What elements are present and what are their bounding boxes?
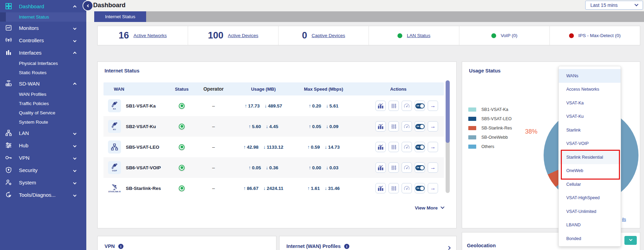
sidebar-item-sdwan[interactable]: SD-WAN: [0, 77, 86, 90]
sidebar-item-hub[interactable]: Hub: [0, 139, 86, 151]
col-actions: Actions: [353, 87, 444, 92]
sidebar-item-vpn[interactable]: VPN: [0, 151, 86, 164]
sidebar-item-quality-of-service[interactable]: Quality of Service: [0, 108, 86, 117]
details-link-partial[interactable]: ils: [622, 217, 626, 222]
sidebar-item-system[interactable]: System: [0, 176, 86, 189]
dropdown-item-vsat-ku[interactable]: VSAT-Ku: [559, 110, 621, 124]
chevron-down-icon[interactable]: [74, 180, 76, 185]
wan-details-button[interactable]: →: [428, 101, 438, 111]
sidebar-item-controllers[interactable]: Controllers: [0, 34, 86, 46]
panel-title: Geolocation: [467, 243, 496, 248]
wan-speedtest-button[interactable]: [402, 101, 412, 111]
sidebar-item-dashboard[interactable]: Dashboard: [0, 0, 86, 12]
legend-swatch: [468, 135, 476, 139]
chevron-up-icon[interactable]: [74, 81, 76, 87]
wan-speedtest-button[interactable]: [402, 121, 412, 132]
dropdown-item-lband[interactable]: LBAND: [559, 218, 621, 232]
dropdown-item-starlink[interactable]: Starlink: [559, 123, 621, 137]
lan-network-icon: [108, 140, 121, 154]
dashboard-icon: [4, 3, 13, 9]
sidebar-item-static-routes[interactable]: Static Routes: [0, 68, 86, 77]
table-scrollbar[interactable]: [446, 80, 450, 193]
wan-chart-button[interactable]: [375, 121, 386, 132]
dropdown-item-cellular[interactable]: Cellular: [559, 178, 621, 191]
dropdown-item-vsat-highspeed[interactable]: VSAT-HighSpeed: [559, 191, 621, 205]
dropdown-item-vsat-ka[interactable]: VSAT-Ka: [559, 96, 621, 110]
wan-speedtest-button[interactable]: [402, 183, 412, 193]
ips-link[interactable]: IPS - Max-Detect (0): [578, 33, 621, 38]
chevron-down-icon[interactable]: [74, 130, 76, 136]
usage-download: ↓2424.11: [263, 185, 283, 191]
wan-details-button[interactable]: →: [428, 183, 438, 193]
wan-settings-button[interactable]: [389, 142, 399, 152]
wan-chart-button[interactable]: [375, 162, 386, 173]
active-devices-link[interactable]: Active Devices: [228, 33, 259, 38]
table-header: WAN Status Operator Usage (MB) Max Speed…: [103, 82, 444, 95]
wan-enable-toggle-button[interactable]: ON: [415, 162, 425, 173]
sidebar-item-lan[interactable]: LAN: [0, 127, 86, 139]
wan-settings-button[interactable]: [389, 183, 399, 193]
sidebar-item-traffic-policies[interactable]: Traffic Policies: [0, 99, 86, 108]
scrollbar-thumb[interactable]: [446, 80, 450, 143]
wan-speedtest-button[interactable]: [402, 142, 412, 152]
up-arrow-icon: ↑: [243, 185, 246, 191]
dropdown-item-access-networks[interactable]: Access Networks: [559, 83, 621, 96]
wan-settings-button[interactable]: [389, 101, 399, 111]
view-more-link[interactable]: View More: [415, 205, 444, 211]
chevron-down-icon[interactable]: [74, 25, 76, 31]
active-networks-link[interactable]: Active Networks: [133, 33, 167, 38]
dropdown-item-wans[interactable]: WANs: [559, 69, 621, 83]
captive-devices-link[interactable]: Captive Devices: [312, 33, 345, 38]
geolocation-collapse-button[interactable]: [624, 236, 637, 245]
chevron-down-icon[interactable]: [74, 37, 76, 43]
wan-name: SB5-VSAT-LEO: [126, 145, 159, 150]
voip-link[interactable]: VoIP (0): [501, 33, 517, 38]
chevron-down-icon[interactable]: [74, 167, 76, 173]
info-icon[interactable]: i: [118, 244, 123, 249]
sidebar-item-label: Security: [19, 167, 37, 173]
wan-settings-button[interactable]: [389, 162, 399, 173]
sidebar-item-interfaces[interactable]: Interfaces: [0, 46, 86, 59]
chevron-down-icon[interactable]: [74, 192, 76, 198]
dropdown-item-bonded[interactable]: Bonded: [559, 232, 621, 246]
wan-details-button[interactable]: →: [428, 121, 438, 132]
sidebar-item-monitors[interactable]: Monitors: [0, 22, 86, 34]
wan-settings-button[interactable]: [389, 121, 399, 132]
chevron-up-icon[interactable]: [74, 50, 76, 56]
dropdown-item-oneweb[interactable]: OneWeb: [559, 164, 621, 178]
info-icon[interactable]: i: [344, 244, 349, 249]
expand-panel-button[interactable]: [447, 245, 450, 250]
dropdown-item-vsat-voip[interactable]: VSAT-VOIP: [559, 137, 621, 151]
chart-icon: [378, 103, 383, 109]
sidebar-item-tools-diagnostics[interactable]: Tools/Diagnos...: [0, 189, 86, 201]
tab-internet-status[interactable]: Internet Status: [94, 11, 146, 22]
sidebar-item-physical-interfaces[interactable]: Physical Interfaces: [0, 59, 86, 68]
chevron-up-icon[interactable]: [74, 3, 76, 9]
wan-details-button[interactable]: →: [428, 142, 438, 152]
wan-chart-button[interactable]: [375, 142, 386, 152]
green-status-dot: [397, 33, 402, 38]
dropdown-item-starlink-residential[interactable]: Starlink Residential: [559, 150, 621, 164]
wan-enable-toggle-button[interactable]: ON: [415, 121, 425, 132]
dropdown-item-vsat-unlimited[interactable]: VSAT-Unlimited: [559, 205, 621, 218]
time-range-select[interactable]: Last 15 mins: [585, 1, 643, 10]
sidebar-item-internet-status[interactable]: Internet Status: [0, 12, 86, 22]
lan-status-link[interactable]: LAN Status: [407, 33, 430, 38]
wan-enable-toggle-button[interactable]: ON: [415, 101, 425, 111]
usage-upload: ↑5.60: [249, 124, 261, 129]
sidebar-item-wan-profiles[interactable]: WAN Profiles: [0, 90, 86, 99]
wan-speedtest-button[interactable]: [402, 162, 412, 173]
wan-details-button[interactable]: →: [428, 162, 438, 173]
sidebar-item-security[interactable]: Security: [0, 164, 86, 176]
chevron-down-icon[interactable]: [74, 155, 76, 161]
gauge-icon: [404, 186, 410, 191]
wan-chart-button[interactable]: [375, 183, 386, 193]
speed-download: ↓14.73: [325, 144, 340, 150]
chevron-down-icon[interactable]: [74, 143, 76, 148]
down-arrow-icon: ↓: [263, 185, 266, 191]
wan-enable-toggle-button[interactable]: ON: [415, 183, 425, 193]
sidebar-collapse-button[interactable]: [83, 1, 92, 10]
wan-enable-toggle-button[interactable]: ON: [415, 142, 425, 152]
sidebar-item-system-route[interactable]: System Route: [0, 117, 86, 127]
wan-chart-button[interactable]: [375, 101, 386, 111]
